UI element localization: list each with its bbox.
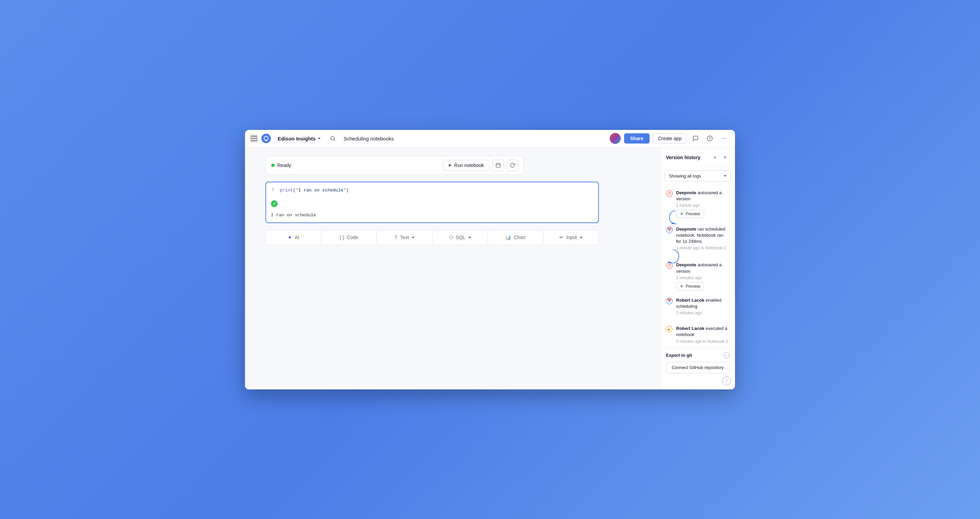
version-text: Robert Lacok enabled scheduling <box>676 297 730 309</box>
main-content: Ready Run notebook <box>245 148 735 389</box>
execute-icon: ▶ <box>666 326 673 333</box>
menu-button[interactable] <box>250 135 257 142</box>
add-input-cell[interactable]: ✏ Input <box>543 230 598 244</box>
help-area: ? <box>660 376 735 389</box>
history-button[interactable] <box>705 133 715 144</box>
chat-button[interactable] <box>690 133 701 144</box>
app-window: Edison Insights Scheduling notebooks Sha… <box>245 130 735 389</box>
code-content[interactable]: print('I ran on schedule') <box>280 182 598 197</box>
version-actor: Deepnote <box>676 262 696 267</box>
code-label: Code <box>347 235 358 240</box>
refresh-button[interactable] <box>507 160 518 171</box>
sql-label: SQL <box>456 235 466 240</box>
add-code-cell[interactable]: { } Code <box>321 230 377 244</box>
export-section: Export to git i Connect GitHub repositor… <box>660 348 735 376</box>
clock-icon: ⏱ <box>666 190 673 197</box>
version-time: 2 minutes ago <box>676 276 730 280</box>
svg-point-3 <box>724 138 724 139</box>
clock-icon-2: ⏱ <box>666 262 673 269</box>
code-cell[interactable]: 1 print('I ran on schedule') I ran on sc… <box>266 182 599 223</box>
calendar-icon-2: 📅 <box>666 298 673 305</box>
input-chevron-icon <box>580 237 582 238</box>
refresh-icon <box>510 163 515 168</box>
export-title: Export to git <box>666 353 692 358</box>
share-button[interactable]: Share <box>624 133 649 143</box>
history-icon <box>707 135 713 141</box>
status-dot <box>271 163 275 167</box>
close-sidebar-button[interactable]: × <box>721 153 730 162</box>
version-history-panel: Version history + × Showing all logs ⏱ <box>660 148 735 389</box>
version-actor: Robert Lacok <box>676 326 705 331</box>
add-chart-cell[interactable]: 📊 Chart <box>488 230 543 244</box>
sidebar-header: Version history + × <box>660 148 735 166</box>
preview-label: Preview <box>686 211 700 216</box>
run-notebook-button[interactable]: Run notebook <box>443 160 490 171</box>
search-button[interactable] <box>327 133 338 144</box>
filter-dropdown[interactable]: Showing all logs <box>665 170 731 182</box>
text-label: Text <box>400 235 409 240</box>
version-item: ▶ Robert Lacok executed a notebook 3 min… <box>660 321 735 348</box>
code-string: 'I ran on schedule' <box>296 188 346 193</box>
version-actor: Deepnote <box>676 190 696 195</box>
eye-icon-2: 👁 <box>680 284 684 289</box>
version-text: Deepnote autosaved a version <box>676 262 730 274</box>
preview-button[interactable]: 👁 Preview <box>676 210 704 218</box>
chart-icon: 📊 <box>505 235 511 240</box>
version-item: 📅 Deepnote ran scheduled notebook. Noteb… <box>660 222 735 257</box>
add-cell-bar: ✦ AI { } Code T Text ⬡ SQL <box>266 230 599 245</box>
input-icon: ✏ <box>559 235 563 240</box>
preview-label-2: Preview <box>686 284 700 289</box>
version-text: Robert Lacok executed a notebook <box>676 325 730 338</box>
status-bar: Ready Run notebook <box>266 156 524 175</box>
code-brackets-icon: { } <box>340 235 344 240</box>
chevron-down-icon <box>318 138 321 140</box>
chat-icon <box>692 135 698 141</box>
more-icon <box>721 135 727 141</box>
app-logo <box>261 134 271 143</box>
version-time: 3 minutes ago <box>676 311 730 315</box>
avatar[interactable] <box>610 133 620 144</box>
code-line: print('I ran on schedule') <box>280 187 593 194</box>
version-item: ⏱ Deepnote autosaved a version 1 minute … <box>660 186 735 221</box>
filter-label: Showing all logs <box>669 173 701 179</box>
titlebar: Edison Insights Scheduling notebooks Sha… <box>245 130 735 148</box>
calendar-icon <box>495 163 501 168</box>
input-label: Input <box>566 235 577 240</box>
connect-github-button[interactable]: Connect GitHub repository <box>666 362 730 373</box>
filter-chevron-icon <box>724 175 727 177</box>
ai-label: AI <box>295 235 299 240</box>
svg-point-0 <box>331 136 334 140</box>
version-actor: Robert Lacok <box>676 298 705 303</box>
create-app-button[interactable]: Create app <box>653 133 687 143</box>
version-time: 1 minute ago in Notebook 1 <box>676 246 730 250</box>
eye-icon: 👁 <box>680 211 684 216</box>
add-text-cell[interactable]: T Text <box>377 230 432 244</box>
schedule-button[interactable] <box>492 160 504 171</box>
titlebar-actions: Share Create app <box>610 133 730 144</box>
calendar-icon: 📅 <box>666 227 673 233</box>
notebook-toolbar: Run notebook <box>443 160 518 171</box>
notebook-title: Scheduling notebooks <box>344 136 394 141</box>
more-options-button[interactable] <box>719 133 730 144</box>
text-format-icon: T <box>395 235 398 240</box>
version-time: 3 minutes ago in Notebook 1 <box>676 339 730 344</box>
run-notebook-label: Run notebook <box>454 163 484 168</box>
app-name-dropdown[interactable]: Edison Insights <box>275 134 323 143</box>
app-name-label: Edison Insights <box>278 136 316 141</box>
add-ai-cell[interactable]: ✦ AI <box>266 230 321 245</box>
code-function: print <box>280 188 293 193</box>
preview-button-2[interactable]: 👁 Preview <box>676 282 704 290</box>
notebook-area: Ready Run notebook <box>245 148 660 389</box>
info-icon[interactable]: i <box>724 352 730 359</box>
add-sql-cell[interactable]: ⬡ SQL <box>433 230 488 244</box>
sidebar-title: Version history <box>666 155 700 160</box>
help-button[interactable]: ? <box>722 376 731 385</box>
sidebar-header-actions: + × <box>711 153 730 162</box>
text-chevron-icon <box>412 237 414 238</box>
version-actor: Deepnote <box>676 227 696 232</box>
play-icon <box>449 163 452 167</box>
version-time: 1 minute ago <box>676 203 730 208</box>
add-version-button[interactable]: + <box>711 153 719 162</box>
version-text: Deepnote ran scheduled notebook. Noteboo… <box>676 226 730 245</box>
version-item: ⏱ Deepnote autosaved a version 2 minutes… <box>660 258 735 293</box>
